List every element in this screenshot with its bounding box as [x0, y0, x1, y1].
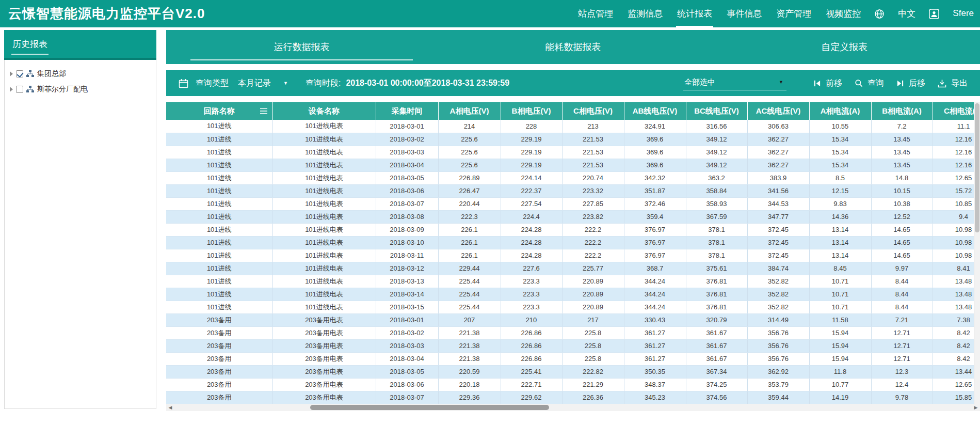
nav-user-name[interactable]: Sfere: [952, 1, 975, 26]
table-cell: 358.93: [686, 197, 747, 210]
table-cell: 101进线: [166, 249, 272, 262]
nav-monitoring-info[interactable]: 监测信息: [626, 1, 664, 27]
report-tree: 集团总部 斯菲尔分厂配电: [4, 60, 156, 409]
tree-item-group-headquarters[interactable]: 集团总部: [9, 66, 152, 82]
table-row[interactable]: 101进线101进线电表2018-03-11226.1224.28222.237…: [166, 249, 980, 262]
scroll-right-arrow-icon[interactable]: ▶: [972, 404, 980, 411]
table-row[interactable]: 101进线101进线电表2018-03-13225.44223.3220.893…: [166, 275, 980, 288]
table-cell: 12.3: [871, 365, 933, 378]
table-row[interactable]: 203备用203备用电表2018-03-04221.38226.86225.83…: [166, 352, 980, 365]
table-cell: 351.87: [624, 184, 686, 197]
table-cell: 221.53: [562, 159, 624, 171]
table-row[interactable]: 101进线101进线电表2018-03-04225.6229.19221.533…: [166, 159, 980, 171]
table-row[interactable]: 101进线101进线电表2018-03-08222.3224.4223.8235…: [166, 210, 980, 223]
tree-item-label: 斯菲尔分厂配电: [37, 85, 88, 94]
checkbox-unchecked-icon[interactable]: [16, 86, 23, 93]
table-cell: 349.12: [686, 146, 747, 159]
nav-video-surveillance[interactable]: 视频监控: [825, 1, 862, 27]
nav-statistics-report[interactable]: 统计报表: [676, 1, 713, 27]
checkbox-checked-icon[interactable]: [16, 70, 23, 77]
table-row[interactable]: 101进线101进线电表2018-03-07220.44227.54227.85…: [166, 197, 980, 210]
table-cell: 227.6: [501, 262, 562, 275]
user-icon[interactable]: [929, 9, 939, 19]
table-cell: 226.1: [438, 249, 501, 262]
table-cell: 356.76: [747, 326, 809, 339]
calendar-icon[interactable]: [179, 78, 188, 88]
table-row[interactable]: 203备用203备用电表2018-03-03221.38226.86225.83…: [166, 339, 980, 352]
globe-icon[interactable]: [874, 9, 885, 19]
table-row[interactable]: 203备用203备用电表2018-03-07229.36229.62226.36…: [166, 391, 980, 404]
move-previous-button[interactable]: 前移: [813, 78, 842, 89]
export-button[interactable]: 导出: [938, 78, 968, 89]
tab-energy-data-report[interactable]: 能耗数据报表: [438, 30, 709, 64]
vertical-scrollbar-thumb[interactable]: [975, 103, 979, 232]
table-cell: 8.44: [871, 301, 933, 313]
table-cell: 101进线: [166, 197, 272, 210]
org-node-icon: [26, 70, 34, 77]
table-row[interactable]: 101进线101进线电表2018-03-03225.6229.19221.533…: [166, 146, 980, 159]
table-cell: 8.44: [871, 288, 933, 301]
table-cell: 361.67: [686, 352, 747, 365]
table-row[interactable]: 203备用203备用电表2018-03-05220.59225.41222.82…: [166, 365, 980, 378]
tree-item-sfere-plant[interactable]: 斯菲尔分厂配电: [9, 82, 152, 97]
table-row[interactable]: 203备用203备用电表2018-03-06220.18222.71221.29…: [166, 378, 980, 391]
table-cell: 224.28: [501, 223, 562, 236]
table-cell: 12.71: [871, 339, 933, 352]
table-header-row: 回路名称 设备名称 采集时间 A相电压(V) B相电压(V): [166, 102, 980, 120]
horizontal-scrollbar[interactable]: ◀ ▶: [166, 404, 980, 411]
column-menu-icon[interactable]: [260, 107, 267, 116]
tab-running-data-report[interactable]: 运行数据报表: [166, 30, 438, 64]
table-row[interactable]: 101进线101进线电表2018-03-10226.1224.28222.237…: [166, 236, 980, 249]
table-cell: 226.86: [501, 352, 562, 365]
table-row[interactable]: 101进线101进线电表2018-03-01214228213324.91316…: [166, 120, 980, 133]
nav-asset-management[interactable]: 资产管理: [775, 1, 812, 27]
table-row[interactable]: 101进线101进线电表2018-03-05226.89224.14220.74…: [166, 171, 980, 184]
expand-arrow-icon[interactable]: [10, 87, 13, 92]
table-cell: 225.8: [562, 352, 624, 365]
app-root: 云憬智慧能源电力监控平台V2.0 站点管理 监测信息 统计报表 事件信息 资产管…: [0, 0, 980, 411]
table-cell: 222.2: [562, 249, 624, 262]
tab-custom-report[interactable]: 自定义报表: [709, 30, 980, 64]
org-node-icon: [26, 86, 34, 93]
table-row[interactable]: 203备用203备用电表2018-03-02221.38226.86225.83…: [166, 326, 980, 339]
table-cell: 203备用: [166, 352, 272, 365]
nav-site-management[interactable]: 站点管理: [577, 1, 614, 27]
table-cell: 227.85: [562, 197, 624, 210]
app-title: 云憬智慧能源电力监控平台V2.0: [8, 5, 205, 23]
table-cell: 369.6: [624, 133, 686, 146]
nav-event-info[interactable]: 事件信息: [726, 1, 763, 27]
select-all-dropdown[interactable]: 全部选中 ▼: [683, 76, 786, 90]
table-cell: 10.85: [933, 197, 980, 210]
nav-language[interactable]: 中文: [897, 1, 917, 27]
table-row[interactable]: 101进线101进线电表2018-03-06226.47222.37223.32…: [166, 184, 980, 197]
table-cell: 358.84: [686, 184, 747, 197]
table-cell: 13.14: [809, 236, 871, 249]
move-previous-label: 前移: [826, 78, 842, 89]
query-type-select[interactable]: 本月记录 ▼: [238, 78, 288, 89]
table-row[interactable]: 101进线101进线电表2018-03-09226.1224.28222.237…: [166, 223, 980, 236]
vertical-scrollbar[interactable]: [974, 102, 980, 404]
column-header-device-name: 设备名称: [272, 102, 376, 120]
table-cell: 101进线: [166, 262, 272, 275]
table-cell: 376.97: [624, 249, 686, 262]
expand-arrow-icon[interactable]: [10, 71, 13, 76]
sidebar-title: 历史报表: [11, 38, 49, 55]
table-row[interactable]: 101进线101进线电表2018-03-12229.44227.6225.773…: [166, 262, 980, 275]
horizontal-scrollbar-track[interactable]: [174, 404, 972, 411]
scroll-left-arrow-icon[interactable]: ◀: [166, 404, 174, 411]
table-cell: 223.3: [501, 288, 562, 301]
query-toolbar: 查询类型 本月记录 ▼ 查询时段: 2018-03-01 00:00:00至20…: [166, 70, 980, 96]
table-cell: 306.63: [747, 120, 809, 133]
table-cell: 369.6: [624, 146, 686, 159]
horizontal-scrollbar-thumb[interactable]: [310, 405, 550, 410]
move-next-button[interactable]: 后移: [896, 78, 925, 89]
search-button[interactable]: 查询: [855, 78, 884, 89]
table-row[interactable]: 101进线101进线电表2018-03-15225.44223.3220.893…: [166, 301, 980, 313]
table-row[interactable]: 101进线101进线电表2018-03-02225.6229.19221.533…: [166, 133, 980, 146]
table-row[interactable]: 203备用203备用电表2018-03-01207210217330.43320…: [166, 313, 980, 326]
table-cell: 220.89: [562, 301, 624, 313]
skip-back-icon: [813, 80, 821, 87]
table-cell: 13.14: [809, 249, 871, 262]
table-cell: 101进线电表: [272, 184, 376, 197]
table-row[interactable]: 101进线101进线电表2018-03-14225.44223.3220.893…: [166, 288, 980, 301]
